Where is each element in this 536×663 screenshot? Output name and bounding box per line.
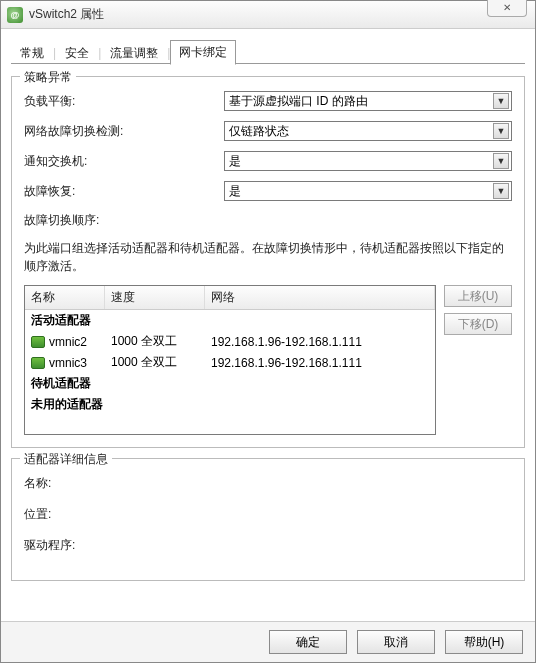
failover-detection-select[interactable]: 仅链路状态 ▼ xyxy=(224,121,512,141)
tab-nic-teaming[interactable]: 网卡绑定 xyxy=(170,40,236,65)
ok-button[interactable]: 确定 xyxy=(269,630,347,654)
nic-icon xyxy=(31,336,45,348)
app-icon: @ xyxy=(7,7,23,23)
close-button[interactable]: ✕ xyxy=(487,0,527,17)
detail-name-label: 名称: xyxy=(24,475,104,492)
failover-instruction: 为此端口组选择活动适配器和待机适配器。在故障切换情形中，待机适配器按照以下指定的… xyxy=(24,239,512,275)
policy-exceptions-group: 策略异常 负载平衡: 基于源虚拟端口 ID 的路由 ▼ 网络故障切换检测: 仅链… xyxy=(11,76,525,448)
details-legend: 适配器详细信息 xyxy=(20,451,112,468)
move-down-button[interactable]: 下移(D) xyxy=(444,313,512,335)
col-network[interactable]: 网络 xyxy=(205,286,435,309)
detail-location-label: 位置: xyxy=(24,506,104,523)
chevron-down-icon: ▼ xyxy=(493,183,509,199)
col-name[interactable]: 名称 xyxy=(25,286,105,309)
failback-label: 故障恢复: xyxy=(24,183,224,200)
dialog-footer: 确定 取消 帮助(H) xyxy=(1,621,535,662)
tab-security[interactable]: 安全 xyxy=(56,41,98,65)
standby-adapters-group[interactable]: 待机适配器 xyxy=(25,373,435,394)
notify-switches-label: 通知交换机: xyxy=(24,153,224,170)
notify-switches-select[interactable]: 是 ▼ xyxy=(224,151,512,171)
chevron-down-icon: ▼ xyxy=(493,153,509,169)
table-row[interactable]: vmnic2 1000 全双工 192.168.1.96-192.168.1.1… xyxy=(25,331,435,352)
adapter-details-group: 适配器详细信息 名称: 位置: 驱动程序: xyxy=(11,458,525,581)
failback-select[interactable]: 是 ▼ xyxy=(224,181,512,201)
tab-traffic-shaping[interactable]: 流量调整 xyxy=(101,41,167,65)
dialog-window: @ vSwitch2 属性 ✕ 常规 | 安全 | 流量调整 | 网卡绑定 策略… xyxy=(0,0,536,663)
failover-order-label: 故障切换顺序: xyxy=(24,211,512,229)
title-bar: @ vSwitch2 属性 ✕ xyxy=(1,1,535,29)
window-title: vSwitch2 属性 xyxy=(29,6,104,23)
col-speed[interactable]: 速度 xyxy=(105,286,205,309)
failover-detection-label: 网络故障切换检测: xyxy=(24,123,224,140)
cancel-button[interactable]: 取消 xyxy=(357,630,435,654)
active-adapters-group[interactable]: 活动适配器 xyxy=(25,310,435,331)
load-balancing-label: 负载平衡: xyxy=(24,93,224,110)
detail-driver-label: 驱动程序: xyxy=(24,537,104,554)
unused-adapters-group[interactable]: 未用的适配器 xyxy=(25,394,435,415)
table-row[interactable]: vmnic3 1000 全双工 192.168.1.96-192.168.1.1… xyxy=(25,352,435,373)
move-up-button[interactable]: 上移(U) xyxy=(444,285,512,307)
adapter-table[interactable]: 名称 速度 网络 活动适配器 vmnic2 1000 全双工 192.168.1… xyxy=(24,285,436,435)
chevron-down-icon: ▼ xyxy=(493,93,509,109)
tab-strip: 常规 | 安全 | 流量调整 | 网卡绑定 xyxy=(11,39,525,64)
help-button[interactable]: 帮助(H) xyxy=(445,630,523,654)
policy-legend: 策略异常 xyxy=(20,69,76,86)
tab-general[interactable]: 常规 xyxy=(11,41,53,65)
load-balancing-select[interactable]: 基于源虚拟端口 ID 的路由 ▼ xyxy=(224,91,512,111)
chevron-down-icon: ▼ xyxy=(493,123,509,139)
table-header: 名称 速度 网络 xyxy=(25,286,435,310)
content-area: 常规 | 安全 | 流量调整 | 网卡绑定 策略异常 负载平衡: 基于源虚拟端口… xyxy=(1,29,535,621)
nic-icon xyxy=(31,357,45,369)
